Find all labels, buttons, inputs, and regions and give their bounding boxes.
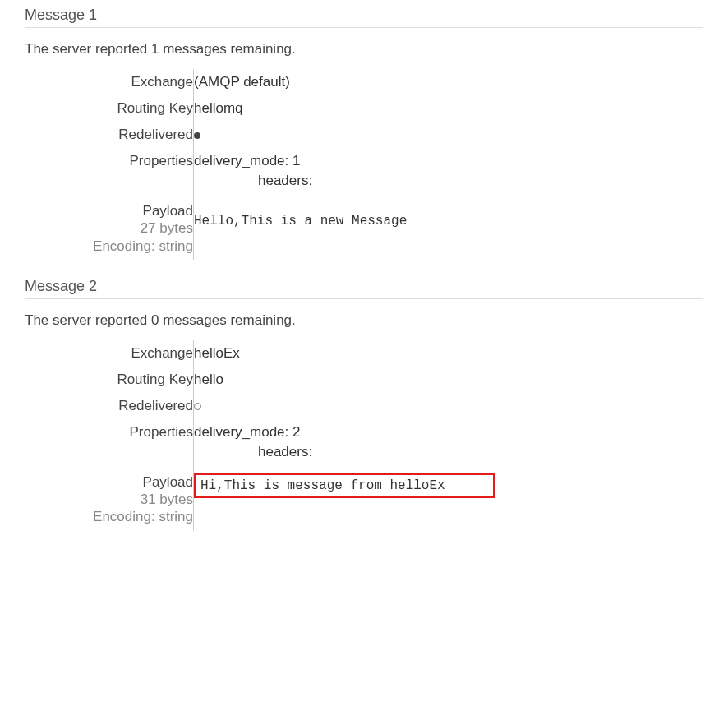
properties-label: Properties	[25, 419, 193, 468]
remaining-prefix: The server reported	[25, 41, 151, 57]
message-index: 1	[89, 7, 97, 23]
delivery-mode-value: 1	[293, 153, 300, 168]
routing-key-value: hellomq	[193, 95, 539, 122]
routing-key-label: Routing Key	[25, 95, 193, 122]
payload-content: Hello,This is a new Message	[194, 202, 539, 228]
message-block: Message 2 The server reported 0 messages…	[25, 278, 703, 531]
redelivered-value	[193, 393, 539, 419]
payload-encoding-prefix: Encoding:	[93, 509, 159, 524]
headers-label: headers:	[258, 173, 312, 188]
message-prefix: Message	[25, 7, 89, 23]
delivery-mode-value: 2	[293, 424, 300, 440]
payload-value-cell: Hi,This is message from helloEx	[193, 468, 539, 531]
headers-label: headers:	[258, 444, 312, 459]
exchange-label: Exchange	[25, 340, 193, 367]
message-prefix: Message	[25, 278, 89, 294]
delivery-mode-label: delivery_mode:	[194, 424, 288, 440]
fields-table: Exchange helloEx Routing Key hello Redel…	[25, 340, 539, 531]
payload-encoding-prefix: Encoding:	[93, 238, 159, 254]
routing-key-label: Routing Key	[25, 367, 193, 393]
payload-content-highlight: Hi,This is message from helloEx	[194, 473, 495, 498]
payload-bytes-value: 27	[141, 220, 156, 236]
fields-table: Exchange (AMQP default) Routing Key hell…	[25, 69, 539, 260]
payload-value-cell: Hello,This is a new Message	[193, 197, 539, 260]
payload-encoding-value: string	[159, 509, 193, 524]
payload-bytes-suffix: bytes	[156, 220, 193, 236]
properties-value: delivery_mode: 1 headers:	[193, 148, 539, 197]
redelivered-dot-empty-icon	[194, 403, 201, 410]
payload-bytes-value: 31	[141, 492, 156, 507]
redelivered-label: Redelivered	[25, 393, 193, 419]
payload-label: Payload 31 bytes Encoding: string	[25, 468, 193, 531]
payload-label-text: Payload	[25, 202, 193, 219]
remaining-text: The server reported 1 messages remaining…	[25, 41, 703, 58]
remaining-suffix: messages remaining.	[159, 312, 295, 328]
redelivered-dot-filled-icon	[194, 132, 200, 139]
exchange-value: (AMQP default)	[193, 69, 539, 95]
message-title: Message 1	[25, 7, 703, 28]
payload-bytes: 27 bytes	[25, 219, 193, 237]
payload-label-text: Payload	[25, 473, 193, 491]
properties-value: delivery_mode: 2 headers:	[193, 419, 539, 468]
message-title: Message 2	[25, 278, 703, 299]
exchange-value: helloEx	[193, 340, 539, 367]
message-block: Message 1 The server reported 1 messages…	[25, 7, 703, 260]
redelivered-value	[193, 122, 539, 148]
payload-encoding-value: string	[159, 238, 193, 254]
payload-bytes-suffix: bytes	[156, 492, 193, 507]
delivery-mode-line: delivery_mode: 1	[194, 153, 539, 169]
exchange-label: Exchange	[25, 69, 193, 95]
remaining-suffix: messages remaining.	[159, 41, 295, 57]
remaining-text: The server reported 0 messages remaining…	[25, 312, 703, 329]
headers-line: headers:	[194, 444, 539, 460]
payload-encoding: Encoding: string	[25, 508, 193, 525]
delivery-mode-label: delivery_mode:	[194, 153, 288, 168]
delivery-mode-line: delivery_mode: 2	[194, 424, 539, 441]
properties-label: Properties	[25, 148, 193, 197]
redelivered-label: Redelivered	[25, 122, 193, 148]
payload-encoding: Encoding: string	[25, 238, 193, 255]
message-index: 2	[89, 278, 97, 294]
headers-line: headers:	[194, 173, 539, 189]
remaining-prefix: The server reported	[25, 312, 151, 328]
payload-bytes: 31 bytes	[25, 491, 193, 508]
routing-key-value: hello	[193, 367, 539, 393]
payload-label: Payload 27 bytes Encoding: string	[25, 197, 193, 260]
